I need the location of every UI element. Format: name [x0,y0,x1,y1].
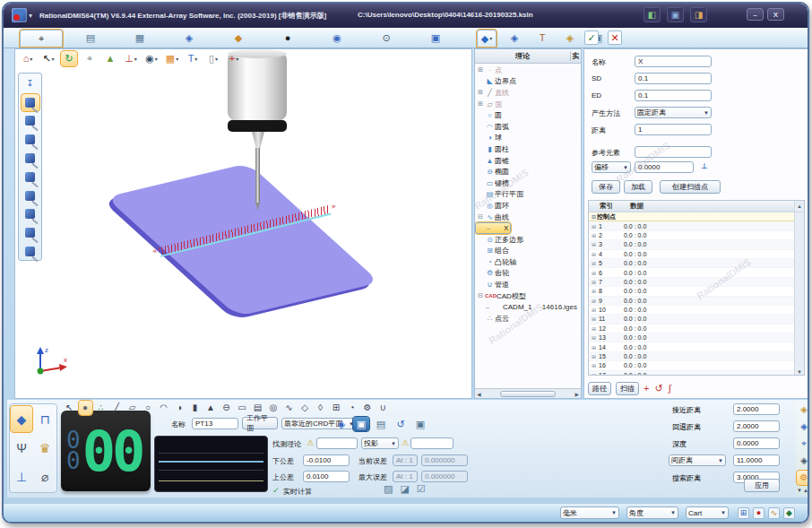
probe-slot-2-icon[interactable] [22,113,39,130]
control-point-row[interactable]: ⊞120.0 : 0.0 [589,325,794,333]
probe-gold-icon[interactable]: ◈ [560,30,580,47]
axes-icon[interactable]: ⊥ [123,51,139,66]
line-icon[interactable]: ╱ [110,401,124,415]
edit-icon[interactable]: ▨ [384,484,393,494]
probe-tool-icon[interactable]: + [226,51,242,66]
tree-item-圆柱[interactable]: ▮圆柱 [475,143,581,155]
control-point-row[interactable]: ⊞40.0 : 0.0 [589,250,794,259]
tree-item-齿轮[interactable]: ⚙齿轮 [475,268,581,280]
gear-icon[interactable]: ⚙ [361,401,375,415]
control-point-row[interactable]: ⊞160.0 : 0.0 [589,361,794,370]
offset-select[interactable]: 偏移▼ [592,161,631,173]
tree-item-CADM_1[interactable]: –CADM_114616.iges [475,301,581,313]
polygon-icon[interactable]: ◊ [314,401,327,415]
probe-slot-9-icon[interactable] [22,243,39,260]
tree-item-圆环[interactable]: ◎圆环 [475,200,581,212]
probe-slot-5-icon[interactable] [22,169,39,186]
load-button[interactable]: 加载 [624,180,652,194]
minimize-button[interactable]: – [747,8,764,21]
sd-input[interactable]: 0.1 [635,73,712,84]
control-point-row[interactable]: ⊞80.0 : 0.0 [589,287,794,296]
list-view-icon[interactable]: ▤ [373,417,389,431]
tree-item-管道[interactable]: ∪管道 [475,279,581,290]
clean-icon[interactable]: ◪ [400,484,409,494]
realtime-check-icon[interactable]: ✓ [272,486,280,495]
palette-icon[interactable]: ▦ [164,51,180,66]
接近距离-input[interactable]: 2.0000 [733,403,780,415]
projection-select[interactable]: 投影▼ [361,437,399,449]
cylinder-icon[interactable]: ▮ [188,401,202,415]
sphere-icon[interactable]: ◑ [173,401,186,415]
pin-icon[interactable]: ↧ [22,75,39,92]
tree-item-平行平面[interactable]: ▤平行平面 [475,189,581,201]
graph-view-icon[interactable]: ▣ [353,417,369,431]
pipe-icon[interactable]: ∪ [376,401,390,415]
probe-slot-4-icon[interactable] [22,150,39,167]
joystick-mode-icon[interactable]: Ψ [11,435,32,461]
control-point-row[interactable]: ⊞70.0 : 0.0 [589,278,794,287]
tree-item-圆[interactable]: ○圆 [475,109,581,121]
app-icon[interactable] [12,8,27,22]
apply-button[interactable]: 应用 [744,479,780,492]
strip-arrows[interactable]: ▼▲ [797,488,809,493]
cylinder-tool-icon[interactable]: ▯ [205,51,221,66]
control-point-row[interactable]: ⊞140.0 : 0.0 [589,342,794,351]
spline-icon[interactable]: ∫ [669,384,671,394]
select-cursor-icon[interactable]: ↖ [40,51,56,66]
rotate-points-icon[interactable]: ↺ [654,384,662,394]
upper-tol-input[interactable]: 0.0100 [303,471,350,482]
theory-input[interactable] [316,437,358,449]
shield-tab-icon[interactable]: ◉ [315,30,358,47]
confirm-box-icon[interactable]: ☑ [417,484,426,494]
refresh-icon[interactable]: ↻ [61,51,77,66]
pick-icon[interactable]: ↖ [63,401,76,415]
circle-icon[interactable]: ○ [142,401,155,415]
cad-tab-icon[interactable]: ◆ [217,30,260,47]
point-icon[interactable]: ● [79,401,92,415]
fixture-mode-icon[interactable]: ⊓ [34,406,56,432]
probe-tab-icon[interactable]: ● [266,30,309,47]
probe-slot-8-icon[interactable] [22,224,39,241]
control-point-row[interactable]: ⊞10.0 : 0.0 [589,221,794,230]
model-mode-icon[interactable]: ◆ [11,406,32,432]
coord-select[interactable]: Cart▼ [686,506,729,519]
probe-blue-icon[interactable]: ◈ [505,30,524,47]
tree-hscrollbar[interactable]: ◀▶ [475,388,581,398]
offset-input[interactable]: 0.0000 [635,161,694,173]
monitor-tab-icon[interactable]: ▣ [414,30,457,47]
axes-status-icon[interactable]: ⊞ [738,507,749,519]
normal-icon[interactable]: ⊥ [701,162,707,170]
measure-tool-icon[interactable]: T [185,51,201,66]
model-tab-icon[interactable]: ◆ [477,30,497,47]
3d-viewport[interactable]: ⌂↖↻⌖▲⊥◉▦T▯+ ↧ z x [14,48,472,399]
cancel-cross-icon[interactable]: ✕ [608,30,622,45]
create-scan-points-button[interactable]: 创建扫描点 [660,180,721,194]
lower-tol-input[interactable]: -0.0100 [303,454,350,466]
scan-name-input[interactable]: X [635,56,712,67]
tree-item-曲线[interactable]: ⊟∿曲线 [475,212,581,223]
control-point-row[interactable]: ⊞110.0 : 0.0 [589,315,794,324]
tree-item-组合[interactable]: ⊞组合 [475,246,581,257]
control-point-row[interactable]: ⊞130.0 : 0.0 [589,333,794,342]
probe-status-icon[interactable]: ◨ [690,7,707,22]
tree-item-X[interactable]: –X [475,222,511,234]
workplane-button[interactable]: 工作平面 [242,417,278,429]
tree-item-圆弧[interactable]: ◠圆弧 [475,121,581,133]
expand-icon[interactable]: ⊟ [478,213,485,221]
cam-icon[interactable]: ◔ [345,401,358,415]
probe-rack-tab-icon[interactable]: ◈ [168,30,211,47]
angle-select[interactable]: 角度▼ [626,506,678,519]
plane-icon[interactable]: ▱ [125,401,139,415]
table-tab-icon[interactable]: ▦ [118,30,161,47]
table-vscrollbar[interactable]: ▼ [794,212,804,375]
method-select[interactable]: 固定距离▼ [635,107,712,118]
expand-icon[interactable]: ⊞ [478,89,485,96]
ellipse-icon[interactable]: ⊖ [220,401,233,415]
control-point-row[interactable]: ⊞170.0 : 0.0 [589,371,794,375]
app-menu-caret[interactable]: ▾ [29,12,32,20]
machine-status-icon[interactable]: ◆ [783,507,795,519]
probe-dark-icon[interactable]: ◈ [797,454,809,468]
machine-status-icon[interactable]: ◧ [644,7,661,22]
report-view-icon[interactable]: ▣ [412,417,428,431]
间距离-input[interactable]: 11.0000 [733,454,780,466]
